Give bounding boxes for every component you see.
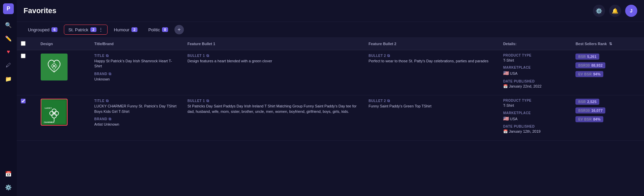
settings-nav-icon[interactable]: ⚙️ — [3, 182, 14, 193]
row2-bullet2-copy-icon[interactable]: ⧉ — [387, 99, 390, 103]
row2-checkbox[interactable] — [21, 99, 26, 103]
tab-politic-label: Politic — [148, 27, 160, 32]
tab-ungrouped[interactable]: Ungrouped 6 — [24, 25, 62, 35]
row1-product-image[interactable] — [41, 54, 68, 80]
row1-marketplace-label: MARKETPLACE — [503, 66, 568, 69]
row2-bullet2-group: BULLET 2 ⧉ Funny Saint Paddy's Green Top… — [369, 99, 495, 109]
row1-marketplace-flag: 🇺🇸 — [503, 70, 509, 76]
lucky-charmer-svg: LUCKY CHARMER — [42, 100, 66, 124]
tab-st-patrick-more-icon[interactable]: ⋮ — [98, 27, 103, 32]
tab-humour-label: Humour — [114, 27, 129, 32]
row1-title-copy-icon[interactable]: ⧉ — [106, 54, 109, 58]
tab-politic-badge: 0 — [162, 27, 168, 32]
col-details: Details: — [499, 38, 572, 50]
row1-evbsr-badge: EV BSR 94% — [575, 71, 603, 77]
row1-product-type-value: T-Shirt — [503, 58, 568, 63]
row2-date-label: DATE PUBLISHED — [503, 125, 568, 128]
row1-title-label: TITLE ⧉ — [94, 54, 179, 58]
tab-humour-badge: 2 — [131, 27, 137, 32]
row1-bsr-value: 5,261 — [587, 55, 597, 59]
row1-brand-copy-icon[interactable]: ⧉ — [109, 72, 112, 76]
row2-product-type-group: PRODUCT TYPE T-Shirt — [503, 99, 568, 108]
row2-details-cell: PRODUCT TYPE T-Shirt MARKETPLACE 🇺🇸 USA … — [499, 95, 572, 140]
row1-title-cell: TITLE ⧉ Happy St Patrick's Day Irish Sha… — [90, 50, 184, 95]
row2-product-type-value: T-Shirt — [503, 103, 568, 108]
row1-bsr30-value: 88,932 — [591, 63, 603, 67]
row1-date-value: 📅 January 22nd, 2022 — [503, 84, 568, 89]
table-row: TITLE ⧉ Happy St Patrick's Day Irish Sha… — [17, 50, 644, 95]
settings-button[interactable]: ⚙️ — [593, 5, 605, 17]
row1-checkbox-cell — [17, 50, 37, 95]
row2-bsr-value: 2,525 — [587, 100, 597, 104]
row1-evbsr-value: 94% — [593, 72, 601, 76]
row2-bullet1-group: BULLET 1 ⧉ St Patricks Day Saint Paddys … — [188, 99, 361, 114]
svg-text:CHARMER: CHARMER — [44, 121, 54, 123]
app-logo[interactable]: P — [3, 3, 14, 14]
row2-bsr30-value: 16,077 — [591, 108, 603, 112]
search-nav-icon[interactable]: 🔍 — [3, 20, 14, 30]
row2-marketplace-value: 🇺🇸 USA — [503, 116, 568, 122]
col-bsr: Best Sellers Rank ⇅ — [571, 38, 644, 50]
row2-bullet1-label: BULLET 1 ⧉ — [188, 99, 361, 103]
sidebar: P 🔍 ✏️ ♥ 🖊 📁 📅 ⚙️ — [0, 0, 17, 196]
row1-product-type-group: PRODUCT TYPE T-Shirt — [503, 54, 568, 63]
tab-ungrouped-label: Ungrouped — [28, 27, 49, 32]
table-row: LUCKY CHARMER — [17, 95, 644, 140]
row2-title-copy-icon[interactable]: ⧉ — [106, 99, 109, 103]
page-header: Favorites ⚙️ 🔔 J — [17, 0, 644, 22]
row2-brand-value: Artist Unknown — [94, 122, 179, 127]
calendar-nav-icon[interactable]: 📅 — [3, 168, 14, 179]
row2-checkbox-cell — [17, 95, 37, 140]
row1-bullet2-copy-icon[interactable]: ⧉ — [387, 54, 390, 58]
add-tab-button[interactable]: + — [174, 25, 184, 34]
svg-rect-0 — [44, 57, 64, 77]
row2-title-value: LUCKY CHARMER Funny St. Patrick's Day TS… — [94, 104, 179, 114]
row2-brand-label: BRAND ⧉ — [94, 117, 179, 121]
row1-bullet1-group: BULLET 1 ⧉ Design features a heart blend… — [188, 54, 361, 64]
col-design: Design — [37, 38, 90, 50]
row2-bsr-badge: BSR 2,525 — [575, 99, 599, 105]
row2-brand-group: BRAND ⧉ Artist Unknown — [94, 117, 179, 127]
heart-shamrock-svg — [44, 57, 64, 77]
table-body: TITLE ⧉ Happy St Patrick's Day Irish Sha… — [17, 50, 644, 141]
row1-title-value: Happy St Patrick's Day Irish Shamrock He… — [94, 59, 179, 69]
row1-bullet2-cell: BULLET 2 ⧉ Perfect to wear to those St. … — [365, 50, 499, 95]
tab-ungrouped-badge: 6 — [51, 27, 57, 32]
user-avatar[interactable]: J — [625, 5, 637, 17]
tab-st-patrick[interactable]: St. Patrick 2 ⋮ — [64, 25, 107, 35]
row1-bullet1-copy-icon[interactable]: ⧉ — [206, 54, 209, 58]
row1-design-cell — [37, 50, 90, 95]
heart-nav-icon[interactable]: ♥ — [3, 46, 14, 57]
row1-bullet1-label: BULLET 1 ⧉ — [188, 54, 361, 58]
row1-checkbox[interactable] — [21, 54, 26, 58]
row1-marketplace-value: 🇺🇸 USA — [503, 70, 568, 77]
tab-politic[interactable]: Politic 0 — [144, 25, 172, 35]
pen-nav-icon[interactable]: 🖊 — [3, 60, 14, 71]
row2-brand-copy-icon[interactable]: ⧉ — [109, 117, 112, 121]
folder-nav-icon[interactable]: 📁 — [3, 73, 14, 84]
row1-bullet2-label: BULLET 2 ⧉ — [369, 54, 495, 58]
select-all-checkbox[interactable] — [21, 41, 26, 46]
table-header: Design Title/Brand Feature Bullet 1 Feat… — [17, 38, 644, 50]
pencil-nav-icon[interactable]: ✏️ — [3, 33, 14, 44]
row2-title-cell: TITLE ⧉ LUCKY CHARMER Funny St. Patrick'… — [90, 95, 184, 140]
col-checkbox — [17, 38, 37, 50]
notifications-button[interactable]: 🔔 — [609, 5, 621, 17]
row1-bullet2-value: Perfect to wear to those St. Patty's Day… — [369, 59, 495, 64]
row2-marketplace-flag: 🇺🇸 — [503, 116, 509, 121]
row1-bsr-badge: BSR 5,261 — [575, 54, 599, 60]
row2-bullet1-copy-icon[interactable]: ⧉ — [206, 99, 209, 103]
row1-product-type-label: PRODUCT TYPE — [503, 54, 568, 57]
row1-brand-value: Unknown — [94, 77, 179, 82]
main-content: Favorites ⚙️ 🔔 J Ungrouped 6 St. Patrick… — [17, 0, 644, 196]
row2-bullet2-cell: BULLET 2 ⧉ Funny Saint Paddy's Green Top… — [365, 95, 499, 140]
bsr-sort-icon[interactable]: ⇅ — [609, 42, 612, 46]
row1-bsr30-badge: BSR30 88,932 — [575, 62, 605, 68]
row2-bullet2-value: Funny Saint Paddy's Green Top TShirt — [369, 104, 495, 109]
row2-bullet2-label: BULLET 2 ⧉ — [369, 99, 495, 103]
svg-text:LUCKY: LUCKY — [45, 107, 52, 109]
tab-humour[interactable]: Humour 2 — [110, 25, 142, 35]
products-table-container: Design Title/Brand Feature Bullet 1 Feat… — [17, 38, 644, 196]
row2-product-image[interactable]: LUCKY CHARMER — [41, 99, 68, 126]
col-bullet2: Feature Bullet 2 — [365, 38, 499, 50]
